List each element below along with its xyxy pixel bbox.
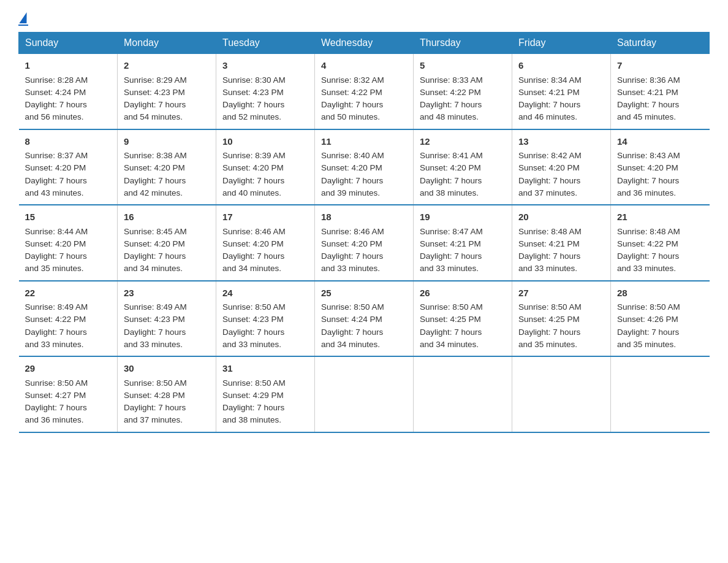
day-number: 26 [420, 286, 506, 301]
sunrise-text: Sunrise: 8:40 AM [321, 151, 384, 160]
daylight-minutes: and 33 minutes. [124, 340, 183, 349]
day-number: 6 [518, 59, 604, 73]
day-cell: 21Sunrise: 8:48 AMSunset: 4:22 PMDayligh… [611, 205, 710, 281]
daylight-minutes: and 50 minutes. [321, 112, 380, 121]
daylight-text: Daylight: 7 hours [124, 327, 186, 337]
sunset-text: Sunset: 4:21 PM [617, 88, 678, 97]
daylight-minutes: and 52 minutes. [222, 112, 281, 121]
week-row: 15Sunrise: 8:44 AMSunset: 4:20 PMDayligh… [19, 205, 710, 281]
sunrise-text: Sunrise: 8:46 AM [321, 227, 384, 236]
sunrise-text: Sunrise: 8:50 AM [222, 378, 286, 388]
daylight-minutes: and 46 minutes. [518, 112, 577, 121]
sunrise-text: Sunrise: 8:41 AM [420, 151, 483, 160]
day-number: 28 [617, 286, 703, 301]
day-cell: 18Sunrise: 8:46 AMSunset: 4:20 PMDayligh… [315, 205, 414, 281]
week-row: 29Sunrise: 8:50 AMSunset: 4:27 PMDayligh… [19, 356, 710, 432]
sunset-text: Sunset: 4:20 PM [124, 163, 185, 172]
daylight-minutes: and 35 minutes. [518, 340, 577, 349]
daylight-text: Daylight: 7 hours [518, 327, 580, 337]
day-cell: 25Sunrise: 8:50 AMSunset: 4:24 PMDayligh… [315, 281, 414, 357]
day-number: 15 [25, 210, 112, 224]
daylight-minutes: and 56 minutes. [25, 112, 84, 121]
day-cell: 23Sunrise: 8:49 AMSunset: 4:23 PMDayligh… [118, 281, 216, 357]
daylight-text: Daylight: 7 hours [518, 251, 580, 261]
sunset-text: Sunset: 4:22 PM [420, 88, 481, 97]
daylight-text: Daylight: 7 hours [420, 100, 482, 109]
header-cell-sunday: Sunday [19, 33, 118, 54]
page-header [18, 12, 710, 26]
daylight-text: Daylight: 7 hours [25, 100, 87, 109]
sunrise-text: Sunrise: 8:36 AM [617, 75, 680, 85]
sunrise-text: Sunrise: 8:50 AM [25, 378, 88, 388]
day-number: 3 [222, 59, 308, 73]
daylight-minutes: and 37 minutes. [518, 188, 577, 197]
day-number: 21 [617, 210, 703, 224]
sunrise-text: Sunrise: 8:30 AM [222, 75, 286, 85]
daylight-text: Daylight: 7 hours [25, 251, 87, 261]
sunset-text: Sunset: 4:20 PM [321, 239, 382, 248]
week-row: 22Sunrise: 8:49 AMSunset: 4:22 PMDayligh… [19, 281, 710, 357]
day-cell: 10Sunrise: 8:39 AMSunset: 4:20 PMDayligh… [216, 129, 315, 205]
daylight-text: Daylight: 7 hours [222, 327, 284, 337]
sunrise-text: Sunrise: 8:46 AM [222, 227, 286, 236]
sunrise-text: Sunrise: 8:49 AM [124, 302, 187, 312]
day-number: 20 [518, 210, 604, 224]
header-cell-tuesday: Tuesday [216, 33, 315, 54]
daylight-text: Daylight: 7 hours [617, 327, 679, 337]
day-number: 2 [124, 59, 210, 73]
day-number: 9 [124, 135, 210, 149]
day-cell: 19Sunrise: 8:47 AMSunset: 4:21 PMDayligh… [414, 205, 512, 281]
sunset-text: Sunset: 4:20 PM [222, 239, 284, 248]
day-number: 10 [222, 135, 308, 149]
day-number: 27 [518, 286, 604, 301]
daylight-minutes: and 39 minutes. [321, 188, 380, 197]
sunrise-text: Sunrise: 8:50 AM [222, 302, 286, 312]
daylight-text: Daylight: 7 hours [25, 176, 87, 185]
sunset-text: Sunset: 4:22 PM [617, 239, 678, 248]
sunset-text: Sunset: 4:23 PM [124, 315, 185, 324]
day-cell: 22Sunrise: 8:49 AMSunset: 4:22 PMDayligh… [19, 281, 118, 357]
day-cell: 9Sunrise: 8:38 AMSunset: 4:20 PMDaylight… [118, 129, 216, 205]
daylight-minutes: and 48 minutes. [420, 112, 479, 121]
daylight-minutes: and 34 minutes. [222, 264, 281, 273]
day-cell: 15Sunrise: 8:44 AMSunset: 4:20 PMDayligh… [19, 205, 118, 281]
day-number: 4 [321, 59, 407, 73]
day-cell: 29Sunrise: 8:50 AMSunset: 4:27 PMDayligh… [19, 356, 118, 432]
daylight-minutes: and 45 minutes. [617, 112, 676, 121]
day-cell [512, 356, 611, 432]
sunrise-text: Sunrise: 8:34 AM [518, 75, 582, 85]
sunrise-text: Sunrise: 8:48 AM [518, 227, 582, 236]
day-number: 23 [124, 286, 210, 301]
daylight-minutes: and 34 minutes. [124, 264, 183, 273]
day-number: 12 [420, 135, 506, 149]
sunset-text: Sunset: 4:20 PM [321, 163, 382, 172]
sunrise-text: Sunrise: 8:45 AM [124, 227, 187, 236]
sunrise-text: Sunrise: 8:38 AM [124, 151, 187, 160]
sunset-text: Sunset: 4:27 PM [25, 391, 86, 400]
sunrise-text: Sunrise: 8:29 AM [124, 75, 187, 85]
day-cell: 14Sunrise: 8:43 AMSunset: 4:20 PMDayligh… [611, 129, 710, 205]
day-cell: 31Sunrise: 8:50 AMSunset: 4:29 PMDayligh… [216, 356, 315, 432]
daylight-minutes: and 36 minutes. [617, 188, 676, 197]
daylight-text: Daylight: 7 hours [222, 100, 284, 109]
calendar-body: 1Sunrise: 8:28 AMSunset: 4:24 PMDaylight… [19, 54, 710, 432]
daylight-minutes: and 37 minutes. [124, 415, 183, 424]
daylight-minutes: and 34 minutes. [321, 340, 380, 349]
day-cell: 27Sunrise: 8:50 AMSunset: 4:25 PMDayligh… [512, 281, 611, 357]
day-number: 8 [25, 135, 112, 149]
daylight-text: Daylight: 7 hours [617, 100, 679, 109]
sunset-text: Sunset: 4:23 PM [124, 88, 185, 97]
day-cell [315, 356, 414, 432]
sunrise-text: Sunrise: 8:47 AM [420, 227, 483, 236]
day-cell: 8Sunrise: 8:37 AMSunset: 4:20 PMDaylight… [19, 129, 118, 205]
day-number: 18 [321, 210, 407, 224]
day-number: 17 [222, 210, 308, 224]
sunrise-text: Sunrise: 8:50 AM [420, 302, 483, 312]
daylight-text: Daylight: 7 hours [518, 100, 580, 109]
daylight-text: Daylight: 7 hours [124, 100, 186, 109]
day-cell: 20Sunrise: 8:48 AMSunset: 4:21 PMDayligh… [512, 205, 611, 281]
day-cell: 24Sunrise: 8:50 AMSunset: 4:23 PMDayligh… [216, 281, 315, 357]
daylight-minutes: and 38 minutes. [222, 415, 281, 424]
day-number: 14 [617, 135, 703, 149]
day-cell: 2Sunrise: 8:29 AMSunset: 4:23 PMDaylight… [118, 54, 216, 129]
